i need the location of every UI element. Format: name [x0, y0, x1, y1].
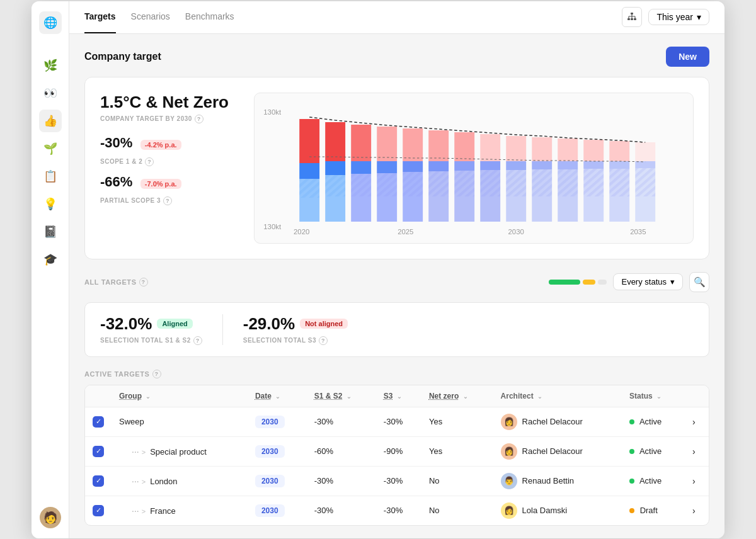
status-filter-label: Every status: [621, 277, 667, 287]
status-dot-icon: [629, 449, 634, 454]
sidebar-item-seedling[interactable]: 🌱: [39, 137, 62, 160]
info-icon-scope3[interactable]: ?: [163, 196, 172, 205]
svg-rect-59: [635, 142, 655, 161]
progress-segment-yellow: [583, 280, 595, 285]
row-status-cell: Active: [622, 407, 685, 436]
table-body: ✓ Sweep 2030 -30% -30% Yes 👩 Rachel Dela…: [85, 407, 709, 525]
info-icon-s1s2[interactable]: ?: [193, 336, 202, 345]
table-row: ✓ ···> Special product 2030 -60% -90% Ye…: [85, 436, 709, 466]
sidebar-item-notebook[interactable]: 📓: [39, 220, 62, 243]
stat-s3-value: -29.0% Not aligned: [243, 314, 348, 334]
sidebar-item-clipboard[interactable]: 📋: [39, 165, 62, 188]
sidebar: 🌐 🌿 👀 👍 🌱 📋 💡 📓 🎓 🧑: [32, 1, 69, 538]
tab-scenarios[interactable]: Scenarios: [131, 1, 170, 33]
tab-benchmarks[interactable]: Benchmarks: [185, 1, 234, 33]
svg-rect-46: [532, 169, 552, 196]
row-netzero-cell: Yes: [421, 407, 493, 436]
progress-segment-grey: [598, 280, 607, 285]
user-avatar[interactable]: 🧑: [40, 507, 61, 528]
bar-scope2-2020: [299, 163, 319, 179]
svg-rect-50: [558, 169, 578, 196]
row-date-cell: 2030: [248, 407, 307, 436]
row-chevron-cell[interactable]: ›: [685, 466, 709, 496]
svg-rect-52: [583, 161, 604, 169]
row-s3-cell: -30%: [376, 407, 421, 436]
th-status[interactable]: Status ⌄: [622, 385, 685, 407]
svg-rect-51: [583, 140, 604, 161]
info-icon-target[interactable]: ?: [195, 115, 203, 123]
th-architect[interactable]: Architect ⌄: [493, 385, 622, 407]
sidebar-item-graduation[interactable]: 🎓: [39, 248, 62, 271]
th-s1s2[interactable]: S1 & S2 ⌄: [307, 385, 376, 407]
row-chevron-cell[interactable]: ›: [685, 436, 709, 466]
table-row: ✓ ···> London 2030 -30% -30% No 👨 Renaud…: [85, 466, 709, 496]
row-menu-button[interactable]: ···: [129, 446, 142, 457]
sidebar-item-eyes[interactable]: 👀: [39, 82, 62, 105]
table-header-row: Group ⌄ Date ⌄ S1 & S2 ⌄: [85, 385, 709, 407]
scope12-rate: -4.2% p.a.: [140, 140, 181, 150]
row-date-badge: 2030: [255, 445, 285, 458]
new-target-button[interactable]: New: [666, 47, 709, 67]
th-group[interactable]: Group ⌄: [112, 385, 248, 407]
row-group-cell: ···> London: [112, 466, 248, 496]
org-chart-button[interactable]: [622, 7, 642, 27]
row-checkbox[interactable]: ✓: [93, 416, 104, 428]
row-checkbox-cell: ✓: [85, 407, 112, 436]
sidebar-item-bulb[interactable]: 💡: [39, 193, 62, 215]
status-label: Active: [639, 446, 662, 456]
row-group-cell: ···> Special product: [112, 436, 248, 466]
svg-rect-1: [627, 18, 630, 20]
info-icon-all-targets[interactable]: ?: [139, 278, 148, 287]
th-s3[interactable]: S3 ⌄: [376, 385, 421, 407]
search-button[interactable]: 🔍: [689, 272, 709, 292]
status-label: Draft: [640, 506, 658, 515]
th-checkbox: [85, 385, 112, 407]
not-aligned-badge: Not aligned: [300, 319, 348, 329]
svg-rect-20: [377, 161, 397, 173]
info-icon-active[interactable]: ?: [152, 370, 161, 378]
svg-rect-31: [454, 132, 474, 161]
topnav-tabs: Targets Scenarios Benchmarks: [84, 1, 234, 33]
year-filter-dropdown[interactable]: This year ▾: [648, 9, 709, 25]
sort-icon-s1s2: ⌄: [346, 394, 352, 400]
svg-rect-18: [351, 174, 371, 196]
svg-rect-28: [428, 161, 449, 171]
row-date-cell: 2030: [248, 436, 307, 466]
row-menu-button[interactable]: ···: [129, 476, 142, 486]
row-date-cell: 2030: [248, 496, 307, 525]
row-date-badge: 2030: [255, 504, 285, 517]
table-row: ✓ Sweep 2030 -30% -30% Yes 👩 Rachel Dela…: [85, 407, 709, 436]
info-icon-s3[interactable]: ?: [319, 336, 328, 345]
row-chevron-cell[interactable]: ›: [685, 496, 709, 525]
all-targets-controls: Every status ▾ 🔍: [549, 272, 709, 292]
th-netzero[interactable]: Net zero ⌄: [421, 385, 493, 407]
sidebar-item-globe[interactable]: 🌐: [39, 11, 62, 34]
svg-rect-11: [325, 122, 345, 161]
th-date[interactable]: Date ⌄: [248, 385, 307, 407]
th-actions: [685, 385, 709, 407]
row-date-badge: 2030: [255, 475, 285, 487]
architect-name: Lola Damski: [522, 506, 568, 515]
svg-rect-56: [609, 161, 629, 169]
row-chevron-cell[interactable]: ›: [685, 407, 709, 436]
sidebar-item-plant[interactable]: 🌿: [39, 54, 62, 77]
year-filter-label: This year: [656, 12, 693, 22]
svg-rect-23: [403, 128, 423, 161]
status-filter-dropdown[interactable]: Every status ▾: [613, 273, 683, 290]
row-checkbox[interactable]: ✓: [93, 505, 104, 516]
row-checkbox-cell: ✓: [85, 496, 112, 525]
sidebar-item-thumbs[interactable]: 👍: [39, 110, 62, 132]
row-menu-button[interactable]: ···: [129, 506, 142, 516]
company-target-title: Company target: [84, 51, 161, 62]
content-area: Company target New 1.5°C & Net Zero COMP…: [69, 34, 724, 538]
svg-rect-26: [403, 172, 423, 196]
row-checkbox[interactable]: ✓: [93, 446, 104, 457]
tab-targets[interactable]: Targets: [84, 1, 116, 33]
sort-icon-netzero: ⌄: [463, 394, 468, 400]
info-icon-scope12[interactable]: ?: [145, 157, 154, 166]
row-checkbox[interactable]: ✓: [93, 475, 104, 487]
active-targets-table-wrapper: Group ⌄ Date ⌄ S1 & S2 ⌄: [84, 385, 709, 526]
architect-avatar: 👩: [501, 414, 517, 430]
bar-scope3-stripe-2020: [299, 179, 319, 198]
svg-rect-30: [428, 171, 449, 196]
